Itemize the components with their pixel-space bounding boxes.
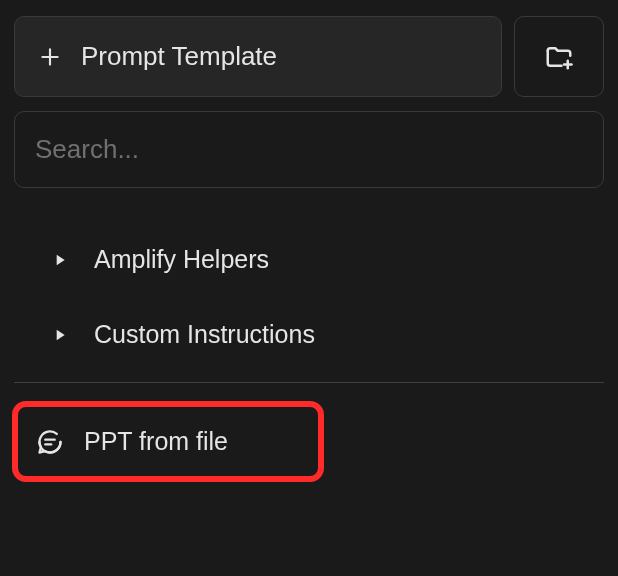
divider: [14, 382, 604, 383]
new-prompt-template-button[interactable]: Prompt Template: [14, 16, 502, 97]
folder-amplify-helpers[interactable]: Amplify Helpers: [52, 222, 604, 297]
folder-label: Amplify Helpers: [94, 245, 269, 274]
chevron-right-icon: [52, 251, 68, 269]
plus-icon: [37, 44, 63, 70]
folder-label: Custom Instructions: [94, 320, 315, 349]
new-folder-button[interactable]: [514, 16, 604, 97]
new-prompt-template-label: Prompt Template: [81, 41, 277, 72]
svg-marker-5: [57, 329, 65, 340]
folder-plus-icon: [544, 42, 574, 72]
svg-marker-4: [57, 254, 65, 265]
highlight-annotation: PPT from file: [12, 401, 324, 482]
message-icon: [36, 428, 64, 456]
folder-list: Amplify Helpers Custom Instructions: [14, 222, 604, 372]
folder-custom-instructions[interactable]: Custom Instructions: [52, 297, 604, 372]
template-ppt-from-file[interactable]: PPT from file: [24, 413, 240, 470]
chevron-right-icon: [52, 326, 68, 344]
search-input[interactable]: [14, 111, 604, 188]
template-label: PPT from file: [84, 427, 228, 456]
